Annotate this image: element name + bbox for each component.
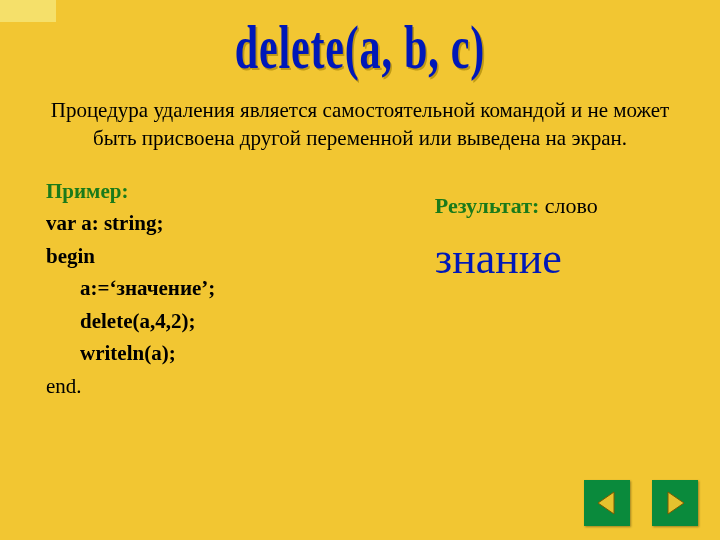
result-line: Результат: слово <box>435 193 720 219</box>
result-block: Результат: слово знание <box>435 175 720 403</box>
corner-accent <box>0 0 56 22</box>
result-label: Результат: <box>435 193 540 218</box>
content-columns: Пример: var a: string; begin a:=‘значени… <box>0 175 720 403</box>
description-text: Процедура удаления является самостоятель… <box>36 96 684 153</box>
prev-button[interactable] <box>584 480 630 526</box>
code-line: writeln(a); <box>46 337 435 370</box>
arrow-left-icon <box>592 488 622 518</box>
code-line: a:=‘значение’; <box>46 272 435 305</box>
svg-marker-1 <box>668 492 684 514</box>
page-title: delete(a, b, c) <box>79 11 641 82</box>
example-header: Пример: <box>46 175 435 208</box>
next-button[interactable] <box>652 480 698 526</box>
nav-buttons <box>584 480 698 526</box>
arrow-right-icon <box>660 488 690 518</box>
result-word: слово <box>545 193 598 218</box>
code-line: delete(a,4,2); <box>46 305 435 338</box>
code-line: end. <box>46 370 435 403</box>
code-line: var a: string; <box>46 207 435 240</box>
example-block: Пример: var a: string; begin a:=‘значени… <box>0 175 435 403</box>
svg-marker-0 <box>598 492 614 514</box>
result-value: знание <box>435 233 720 284</box>
code-line: begin <box>46 240 435 273</box>
